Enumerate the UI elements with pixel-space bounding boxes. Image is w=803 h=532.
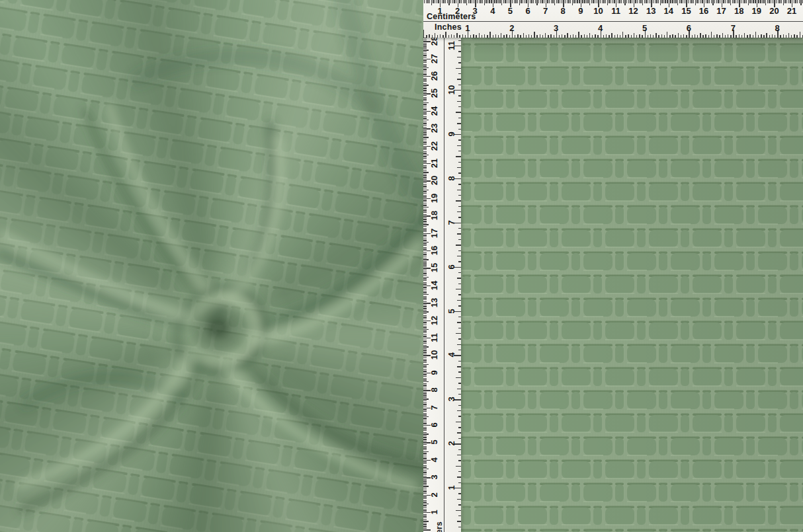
inch-tick bbox=[458, 250, 462, 251]
inch-tick bbox=[456, 245, 462, 245]
inch-tick bbox=[457, 344, 462, 345]
inch-tick bbox=[457, 476, 462, 477]
inch-tick bbox=[540, 34, 540, 38]
inch-tick bbox=[458, 95, 462, 96]
inch-tick bbox=[681, 35, 681, 38]
inch-tick bbox=[714, 35, 714, 38]
inch-tick bbox=[458, 272, 462, 273]
inch-tick bbox=[458, 394, 462, 395]
inch-tick bbox=[783, 34, 784, 38]
inch-tick bbox=[749, 34, 750, 38]
inch-tick bbox=[741, 35, 742, 38]
inch-number: 8 bbox=[447, 176, 456, 180]
inch-tick bbox=[465, 35, 466, 38]
inch-tick bbox=[528, 34, 529, 38]
inch-tick bbox=[534, 32, 534, 38]
inch-tick bbox=[495, 34, 496, 38]
inch-tick bbox=[655, 33, 656, 38]
inch-number: 7 bbox=[447, 220, 456, 225]
inch-tick bbox=[473, 34, 474, 38]
inch-tick bbox=[423, 30, 424, 38]
inch-tick bbox=[669, 35, 670, 38]
inch-tick bbox=[650, 34, 651, 38]
inch-tick bbox=[503, 35, 504, 38]
inch-tick bbox=[573, 34, 573, 38]
vertical-ruler: 1234567891011121314151617181920212223242… bbox=[423, 38, 461, 532]
inch-tick bbox=[456, 156, 462, 157]
inch-tick bbox=[458, 350, 462, 350]
inch-tick bbox=[498, 35, 499, 38]
inch-tick bbox=[570, 35, 571, 38]
inch-tick bbox=[711, 32, 712, 38]
inch-tick bbox=[545, 33, 546, 38]
inch-tick bbox=[458, 40, 462, 41]
inch-tick bbox=[708, 35, 709, 38]
inch-tick bbox=[443, 35, 443, 38]
inch-tick bbox=[458, 361, 462, 361]
inch-number: 8 bbox=[775, 24, 780, 32]
inch-tick bbox=[678, 33, 679, 38]
inch-tick bbox=[458, 217, 462, 217]
inch-tick bbox=[780, 35, 781, 38]
inch-tick bbox=[554, 35, 554, 38]
inch-tick bbox=[456, 200, 462, 201]
inch-tick bbox=[567, 33, 568, 38]
inch-tick bbox=[631, 35, 632, 38]
inch-tick bbox=[664, 35, 665, 38]
inch-tick bbox=[722, 33, 723, 38]
inch-number: 2 bbox=[447, 441, 456, 446]
inch-tick bbox=[611, 33, 612, 38]
inch-tick bbox=[451, 34, 452, 38]
inch-tick bbox=[458, 482, 462, 483]
inch-number: 9 bbox=[447, 132, 456, 136]
inch-tick bbox=[487, 35, 487, 38]
inch-tick bbox=[758, 35, 759, 38]
inch-tick bbox=[515, 35, 515, 38]
inch-tick bbox=[458, 449, 462, 450]
inch-tick bbox=[658, 35, 659, 38]
inch-tick bbox=[458, 493, 462, 494]
inch-tick bbox=[457, 322, 462, 323]
inch-tick bbox=[786, 35, 786, 38]
inch-number: 11 bbox=[447, 41, 456, 50]
inch-tick bbox=[716, 34, 717, 38]
inch-number: 1 bbox=[465, 24, 470, 32]
inch-tick bbox=[542, 35, 543, 38]
inch-tick bbox=[457, 123, 462, 124]
inch-tick bbox=[432, 35, 433, 38]
inch-tick bbox=[426, 35, 427, 38]
inch-number: 1 bbox=[447, 485, 456, 490]
inch-tick bbox=[458, 371, 462, 372]
inch-tick bbox=[458, 338, 462, 339]
inch-tick bbox=[458, 206, 462, 207]
inch-tick bbox=[617, 34, 618, 38]
inch-tick bbox=[536, 35, 537, 38]
inch-tick bbox=[456, 289, 462, 289]
inch-tick bbox=[578, 32, 579, 38]
inch-tick bbox=[457, 167, 462, 168]
inch-tick bbox=[457, 256, 462, 256]
inch-tick bbox=[456, 377, 462, 378]
inch-tick bbox=[620, 35, 620, 38]
inch-tick bbox=[653, 35, 654, 38]
inch-tick bbox=[458, 438, 462, 439]
inch-tick bbox=[458, 118, 462, 118]
inch-tick bbox=[686, 35, 687, 38]
inch-tick bbox=[456, 333, 462, 334]
inch-number: 5 bbox=[447, 309, 456, 313]
inch-tick bbox=[550, 34, 551, 38]
horizontal-ruler: 123456789101112131415161718192021 Centim… bbox=[423, 0, 803, 38]
inch-tick bbox=[489, 32, 490, 38]
inch-tick bbox=[456, 33, 457, 38]
inch-tick bbox=[429, 34, 429, 38]
inch-tick bbox=[775, 35, 775, 38]
inch-tick bbox=[458, 427, 462, 428]
inch-tick bbox=[458, 471, 462, 472]
inch-tick bbox=[458, 106, 462, 107]
inch-tick bbox=[642, 35, 642, 38]
inch-tick bbox=[456, 466, 462, 467]
inch-tick bbox=[457, 432, 462, 433]
inch-tick bbox=[725, 35, 726, 38]
inch-tick bbox=[445, 32, 446, 38]
inch-tick bbox=[730, 35, 731, 38]
